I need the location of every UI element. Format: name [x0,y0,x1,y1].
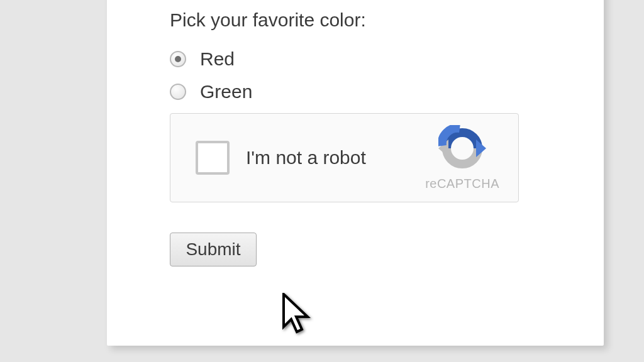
recaptcha-widget: I'm not a robot [170,113,519,202]
mouse-cursor-icon [282,293,313,338]
submit-button[interactable]: Submit [170,233,257,266]
form-prompt: Pick your favorite color: [170,9,541,31]
radio-button[interactable] [170,51,186,67]
recaptcha-label: I'm not a robot [246,147,366,168]
radio-option-red[interactable]: Red [170,48,541,70]
radio-label: Red [200,48,235,70]
radio-label: Green [200,81,252,102]
recaptcha-checkbox[interactable] [196,141,230,175]
form-card: Pick your favorite color: Red Green I'm … [107,0,604,346]
recaptcha-brand: reCAPTCHA [425,177,499,191]
radio-selected-dot [175,56,181,62]
radio-option-green[interactable]: Green [170,81,541,102]
page-background: Pick your favorite color: Red Green I'm … [0,0,644,362]
recaptcha-logo-icon [438,125,486,172]
radio-button[interactable] [170,84,186,100]
